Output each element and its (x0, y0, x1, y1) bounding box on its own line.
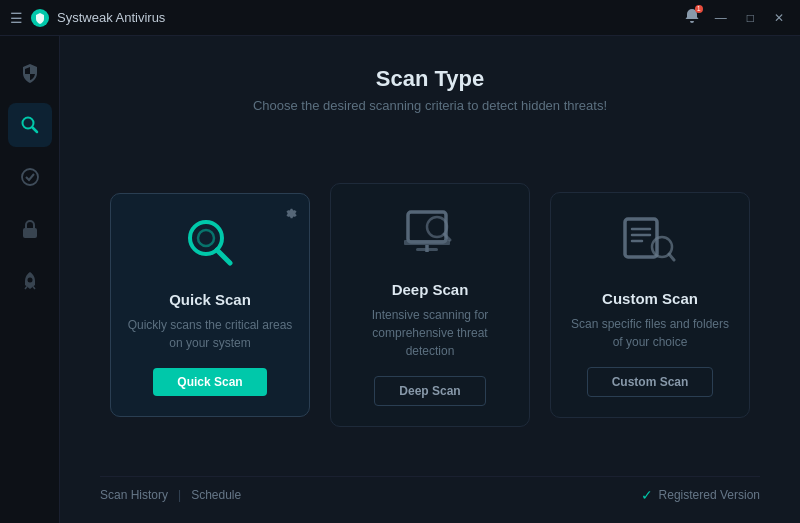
svg-rect-3 (23, 228, 37, 238)
minimize-button[interactable]: — (709, 9, 733, 27)
sidebar-item-booster[interactable] (8, 259, 52, 303)
quick-scan-settings-icon[interactable] (283, 206, 297, 223)
quick-scan-card[interactable]: Quick Scan Quickly scans the critical ar… (110, 193, 310, 417)
sidebar-item-privacy[interactable] (8, 207, 52, 251)
title-bar-controls: 1 — □ ✕ (683, 7, 790, 29)
svg-point-7 (198, 230, 214, 246)
content-area: Scan Type Choose the desired scanning cr… (60, 36, 800, 523)
title-bar-left: ☰ Systweak Antivirus (10, 9, 165, 27)
main-layout: Scan Type Choose the desired scanning cr… (0, 36, 800, 523)
sidebar-item-protection[interactable] (8, 155, 52, 199)
registered-label: Registered Version (659, 488, 760, 502)
restore-button[interactable]: □ (741, 9, 760, 27)
svg-rect-9 (404, 240, 450, 245)
registered-check-icon: ✓ (641, 487, 653, 503)
notification-badge[interactable]: 1 (683, 7, 701, 29)
deep-scan-icon (400, 204, 460, 267)
svg-line-19 (669, 254, 674, 260)
quick-scan-button[interactable]: Quick Scan (153, 368, 266, 396)
svg-rect-11 (416, 248, 438, 251)
close-button[interactable]: ✕ (768, 9, 790, 27)
title-bar: ☰ Systweak Antivirus 1 — □ ✕ (0, 0, 800, 36)
footer-divider: | (178, 488, 181, 502)
svg-point-2 (22, 169, 38, 185)
scan-history-link[interactable]: Scan History (100, 488, 168, 502)
custom-scan-button[interactable]: Custom Scan (587, 367, 714, 397)
page-subtitle: Choose the desired scanning criteria to … (100, 98, 760, 113)
sidebar (0, 36, 60, 523)
content-footer: Scan History | Schedule ✓ Registered Ver… (100, 476, 760, 503)
sidebar-item-scan[interactable] (8, 103, 52, 147)
deep-scan-card[interactable]: Deep Scan Intensive scanning for compreh… (330, 183, 530, 427)
svg-point-4 (27, 278, 32, 283)
custom-scan-title: Custom Scan (602, 290, 698, 307)
svg-line-6 (217, 250, 230, 263)
deep-scan-button[interactable]: Deep Scan (374, 376, 485, 406)
notification-count: 1 (695, 5, 703, 13)
custom-scan-description: Scan specific files and folders of your … (567, 315, 733, 351)
registered-version-badge: ✓ Registered Version (641, 487, 760, 503)
scan-cards-container: Quick Scan Quickly scans the critical ar… (100, 143, 760, 466)
hamburger-menu-icon[interactable]: ☰ (10, 10, 23, 26)
quick-scan-icon (180, 214, 240, 277)
deep-scan-description: Intensive scanning for comprehensive thr… (347, 306, 513, 360)
quick-scan-title: Quick Scan (169, 291, 251, 308)
custom-scan-icon (620, 213, 680, 276)
page-title: Scan Type (100, 66, 760, 92)
custom-scan-card[interactable]: Custom Scan Scan specific files and fold… (550, 192, 750, 418)
schedule-link[interactable]: Schedule (191, 488, 241, 502)
sidebar-item-shield[interactable] (8, 51, 52, 95)
app-name: Systweak Antivirus (57, 10, 165, 25)
svg-line-1 (32, 128, 37, 133)
app-logo (31, 9, 49, 27)
deep-scan-title: Deep Scan (392, 281, 469, 298)
quick-scan-description: Quickly scans the critical areas on your… (127, 316, 293, 352)
